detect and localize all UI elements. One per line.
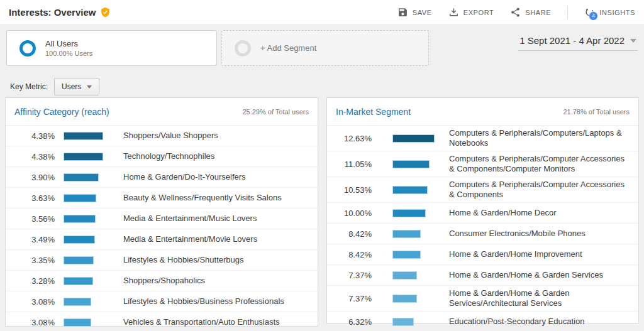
key-metric-row: Key Metric: Users xyxy=(10,78,99,95)
row-percent: 8.42% xyxy=(337,250,372,259)
row-bar xyxy=(392,318,436,326)
row-percent: 3.56% xyxy=(16,214,55,224)
table-row: 4.38%Shoppers/Value Shoppers xyxy=(6,126,318,146)
table-row: 7.37%Home & Garden/Home & Garden Service… xyxy=(327,286,638,312)
row-bar xyxy=(392,209,436,217)
row-label: Shoppers/Shopaholics xyxy=(123,276,318,286)
row-bar xyxy=(64,256,105,264)
row-percent: 10.53% xyxy=(337,185,372,195)
row-percent: 4.38% xyxy=(16,131,55,141)
row-label: Home & Garden/Home Improvement xyxy=(449,249,638,259)
add-segment-button[interactable]: + Add Segment xyxy=(221,30,429,66)
chevron-down-icon xyxy=(630,39,636,43)
share-label: SHARE xyxy=(525,9,551,16)
in-market-segment-panel: In-Market Segment 21.78% of Total users … xyxy=(326,97,639,323)
analytics-interests-overview-page: Interests: Overview SAVE EXPORT xyxy=(0,0,644,331)
table-row: 3.63%Beauty & Wellness/Frequently Visits… xyxy=(6,188,318,209)
row-label: Computers & Peripherals/Computer Accesso… xyxy=(449,180,638,200)
save-button[interactable]: SAVE xyxy=(397,7,432,18)
row-percent: 3.90% xyxy=(16,173,55,182)
bar-segment xyxy=(392,230,421,238)
insights-icon: 4 xyxy=(584,7,595,18)
row-label: Vehicles & Transportation/Auto Enthusias… xyxy=(123,317,318,327)
row-percent: 3.35% xyxy=(16,256,55,265)
panel-total-users: 21.78% of Total users xyxy=(563,108,630,116)
segment-circle-icon xyxy=(19,40,36,57)
table-row: 11.05%Computers & Peripherals/Computer A… xyxy=(327,151,638,177)
date-range-picker[interactable]: 1 Sept 2021 - 4 Apr 2022 xyxy=(518,35,638,51)
add-segment-circle-icon xyxy=(235,40,251,57)
row-percent: 10.00% xyxy=(337,209,372,218)
row-label: Shoppers/Value Shoppers xyxy=(123,131,318,141)
add-segment-label: + Add Segment xyxy=(260,43,316,53)
row-label: Lifestyles & Hobbies/Business Profession… xyxy=(123,296,318,307)
export-button[interactable]: EXPORT xyxy=(448,7,494,18)
row-percent: 3.63% xyxy=(16,193,55,203)
key-metric-label: Key Metric: xyxy=(10,82,48,91)
table-row: 3.56%Media & Entertainment/Music Lovers xyxy=(6,209,318,229)
row-percent: 8.42% xyxy=(337,229,372,239)
row-label: Home & Garden/Home Decor xyxy=(449,208,638,218)
row-percent: 6.32% xyxy=(337,317,372,327)
chevron-down-icon xyxy=(87,85,92,89)
row-label: Media & Entertainment/Movie Lovers xyxy=(123,234,318,244)
row-percent: 3.49% xyxy=(16,235,55,244)
export-icon xyxy=(448,7,459,18)
table-row: 7.37%Home & Garden/Home & Garden Service… xyxy=(327,265,638,286)
bar-segment xyxy=(392,318,414,326)
row-bar xyxy=(392,271,436,279)
row-percent: 12.63% xyxy=(337,134,372,143)
table-row: 8.42%Home & Garden/Home Improvement xyxy=(327,244,638,265)
bar-segment xyxy=(64,277,93,285)
shield-check-icon xyxy=(100,7,111,18)
row-label: Media & Entertainment/Music Lovers xyxy=(123,214,318,224)
row-percent: 4.38% xyxy=(16,152,55,161)
panel-rows: 4.38%Shoppers/Value Shoppers4.38%Technol… xyxy=(6,126,318,331)
insights-badge: 4 xyxy=(589,11,598,21)
row-bar xyxy=(392,160,436,168)
row-bar xyxy=(392,134,436,143)
bar-segment xyxy=(64,215,96,223)
row-bar xyxy=(392,186,436,194)
table-row: 4.38%Technology/Technophiles xyxy=(6,146,318,167)
share-button[interactable]: SHARE xyxy=(510,7,551,18)
row-bar xyxy=(64,215,105,223)
table-row: 3.49%Media & Entertainment/Movie Lovers xyxy=(6,229,318,250)
key-metric-value: Users xyxy=(62,82,81,91)
save-label: SAVE xyxy=(413,9,432,16)
table-row: 3.90%Home & Garden/Do-It-Yourselfers xyxy=(6,167,318,188)
bar-segment xyxy=(392,271,417,279)
row-bar xyxy=(64,153,105,161)
row-label: Computers & Peripherals/Computers/Laptop… xyxy=(449,128,638,148)
row-label: Lifestyles & Hobbies/Shutterbugs xyxy=(123,255,318,265)
panel-rows: 12.63%Computers & Peripherals/Computers/… xyxy=(327,126,638,331)
row-percent: 11.05% xyxy=(337,160,372,169)
row-bar xyxy=(64,194,105,202)
key-metric-dropdown[interactable]: Users xyxy=(54,78,99,95)
table-row: 6.32%Education/Post-Secondary Education xyxy=(327,312,638,331)
bar-segment xyxy=(64,318,91,327)
row-label: Home & Garden/Home & Garden Services/Arc… xyxy=(449,288,638,308)
row-percent: 7.37% xyxy=(337,294,372,303)
toolbar: SAVE EXPORT SHARE 4 INSIGHTS xyxy=(397,6,635,19)
panel-total-users: 25.29% of Total users xyxy=(242,108,309,116)
row-bar xyxy=(64,132,105,140)
bar-segment xyxy=(392,295,417,303)
save-icon xyxy=(397,7,408,18)
export-label: EXPORT xyxy=(464,9,494,16)
page-title: Interests: Overview xyxy=(9,7,111,18)
segment-subtitle: 100.00% Users xyxy=(45,50,92,57)
insights-button[interactable]: 4 INSIGHTS xyxy=(584,7,635,18)
table-row: 12.63%Computers & Peripherals/Computers/… xyxy=(327,126,638,151)
bar-segment xyxy=(64,298,91,306)
segment-card-all-users[interactable]: All Users 100.00% Users xyxy=(6,30,217,66)
row-percent: 3.08% xyxy=(16,318,55,327)
panel-header: In-Market Segment 21.78% of Total users xyxy=(327,98,638,126)
table-row: 10.00%Home & Garden/Home Decor xyxy=(327,203,638,224)
panel-title: Affinity Category (reach) xyxy=(14,107,109,117)
date-range-text: 1 Sept 2021 - 4 Apr 2022 xyxy=(519,35,625,46)
bar-segment xyxy=(392,134,435,143)
row-label: Computers & Peripherals/Computer Accesso… xyxy=(449,154,638,174)
insights-label: INSIGHTS xyxy=(599,9,635,16)
bar-segment xyxy=(64,173,99,182)
